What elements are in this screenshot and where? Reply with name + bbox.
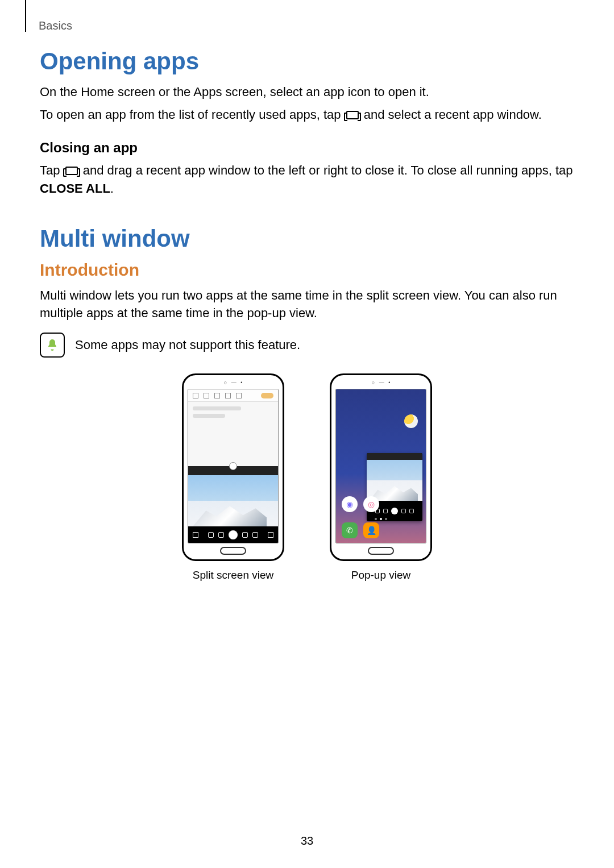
split-top-text bbox=[188, 402, 278, 426]
heading-opening-apps: Opening apps bbox=[40, 48, 574, 75]
phone-sensors: ○ — • bbox=[331, 380, 430, 385]
dock-lower: ✆ 👤 bbox=[342, 522, 379, 538]
home-button bbox=[220, 547, 246, 555]
heading-closing-app: Closing an app bbox=[40, 140, 574, 156]
split-screen-figure: ○ — • bbox=[182, 373, 284, 582]
contacts-app-icon: 👤 bbox=[363, 522, 379, 538]
section-label: Basics bbox=[39, 19, 72, 32]
page-content: Opening apps On the Home screen or the A… bbox=[0, 0, 614, 582]
popup-view-figure: ○ — • ◉ ◎ bbox=[330, 373, 432, 582]
browser-app-icon: ◉ bbox=[342, 496, 358, 512]
phone-illustrations: ○ — • bbox=[40, 373, 574, 582]
home-button bbox=[368, 547, 394, 555]
header-rule bbox=[25, 0, 26, 32]
split-bottom-video bbox=[188, 466, 278, 543]
bell-icon bbox=[40, 333, 65, 358]
opening-apps-p2b: and select a recent app window. bbox=[364, 107, 542, 122]
phone-split-screen: ○ — • bbox=[182, 373, 284, 561]
heading-multi-window: Multi window bbox=[40, 225, 574, 252]
note-row: Some apps may not support this feature. bbox=[40, 333, 574, 358]
closing-p-a: Tap bbox=[40, 163, 64, 177]
multi-intro-body: Multi window lets you run two apps at th… bbox=[40, 286, 574, 323]
split-top-toolbar bbox=[188, 389, 278, 402]
mountain-image bbox=[188, 475, 278, 526]
close-all-label: CLOSE ALL bbox=[40, 181, 110, 196]
phone-app-icon: ✆ bbox=[342, 522, 358, 538]
camera-app-icon: ◎ bbox=[363, 496, 379, 512]
phone-screen bbox=[188, 389, 279, 543]
page-indicator bbox=[336, 518, 426, 520]
opening-apps-p1: On the Home screen or the Apps screen, s… bbox=[40, 83, 574, 101]
opening-apps-p2a: To open an app from the list of recently… bbox=[40, 107, 345, 122]
note-text: Some apps may not support this feature. bbox=[75, 338, 300, 352]
video-controls bbox=[188, 530, 278, 539]
heading-introduction: Introduction bbox=[40, 260, 574, 280]
split-handle-icon bbox=[229, 462, 237, 470]
split-caption: Split screen view bbox=[193, 569, 274, 582]
closing-p-b: and drag a recent app window to the left… bbox=[83, 163, 573, 177]
dock-upper: ◉ ◎ bbox=[342, 496, 379, 512]
recent-apps-icon bbox=[346, 111, 359, 119]
closing-p-c: . bbox=[110, 181, 114, 196]
closing-app-p: Tap and drag a recent app window to the … bbox=[40, 161, 574, 198]
opening-apps-p2: To open an app from the list of recently… bbox=[40, 106, 574, 124]
phone-screen: ◉ ◎ ✆ 👤 bbox=[335, 389, 426, 543]
phone-sensors: ○ — • bbox=[184, 380, 283, 385]
page-number: 33 bbox=[0, 834, 614, 848]
popup-caption: Pop-up view bbox=[351, 569, 411, 582]
recent-apps-icon bbox=[65, 167, 78, 175]
phone-popup-view: ○ — • ◉ ◎ bbox=[330, 373, 432, 561]
mountain-image bbox=[367, 460, 422, 501]
